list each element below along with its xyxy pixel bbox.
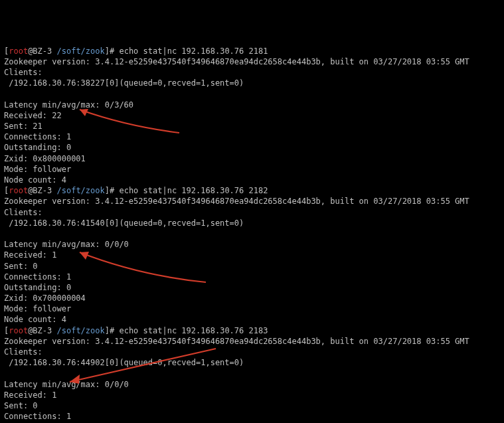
received-line: Received: 1 bbox=[4, 390, 500, 400]
command-text: echo stat|nc 192.168.30.76 2183 bbox=[119, 326, 268, 335]
sent-line: Sent: 21 bbox=[4, 121, 500, 131]
client-entry: /192.168.30.76:44902[0](queued=0,recved=… bbox=[4, 357, 500, 368]
terminal-output: [root@BZ-3 /soft/zook]# echo stat|nc 192… bbox=[4, 46, 500, 423]
sent-line: Sent: 0 bbox=[4, 400, 500, 411]
command-text: echo stat|nc 192.168.30.76 2181 bbox=[119, 46, 268, 56]
outstanding-line: Outstanding: 0 bbox=[4, 142, 500, 153]
sent-line: Sent: 0 bbox=[4, 261, 500, 272]
client-entry: /192.168.30.76:41540[0](queued=0,recved=… bbox=[4, 218, 500, 228]
prompt-line[interactable]: [root@BZ-3 /soft/zook]# echo stat|nc 192… bbox=[4, 46, 500, 56]
mode-line: Mode: follower bbox=[4, 303, 500, 314]
connections-line: Connections: 1 bbox=[4, 131, 500, 142]
latency-line: Latency min/avg/max: 0/0/0 bbox=[4, 379, 500, 390]
connections-line: Connections: 1 bbox=[4, 272, 500, 282]
outstanding-line: Outstanding: 0 bbox=[4, 282, 500, 293]
prompt-line[interactable]: [root@BZ-3 /soft/zook]# echo stat|nc 192… bbox=[4, 325, 500, 336]
clients-header: Clients: bbox=[4, 347, 500, 357]
received-line: Received: 1 bbox=[4, 250, 500, 260]
prompt-line[interactable]: [root@BZ-3 /soft/zook]# echo stat|nc 192… bbox=[4, 185, 500, 196]
zxid-line: Zxid: 0x700000004 bbox=[4, 293, 500, 303]
zxid-line: Zxid: 0x800000001 bbox=[4, 153, 500, 164]
version-line: Zookeeper version: 3.4.12-e5259e437540f3… bbox=[4, 336, 500, 347]
blank-line bbox=[4, 89, 500, 100]
blank-line bbox=[4, 228, 500, 239]
latency-line: Latency min/avg/max: 0/0/0 bbox=[4, 239, 500, 250]
latency-line: Latency min/avg/max: 0/3/60 bbox=[4, 100, 500, 110]
nodecount-line: Node count: 4 bbox=[4, 314, 500, 325]
blank-line bbox=[4, 368, 500, 379]
connections-line: Connections: 1 bbox=[4, 411, 500, 422]
received-line: Received: 22 bbox=[4, 110, 500, 121]
version-line: Zookeeper version: 3.4.12-e5259e437540f3… bbox=[4, 196, 500, 207]
clients-header: Clients: bbox=[4, 207, 500, 218]
clients-header: Clients: bbox=[4, 67, 500, 78]
command-text: echo stat|nc 192.168.30.76 2182 bbox=[119, 186, 268, 195]
version-line: Zookeeper version: 3.4.12-e5259e437540f3… bbox=[4, 56, 500, 67]
client-entry: /192.168.30.76:38227[0](queued=0,recved=… bbox=[4, 78, 500, 88]
nodecount-line: Node count: 4 bbox=[4, 175, 500, 185]
mode-line: Mode: follower bbox=[4, 164, 500, 175]
